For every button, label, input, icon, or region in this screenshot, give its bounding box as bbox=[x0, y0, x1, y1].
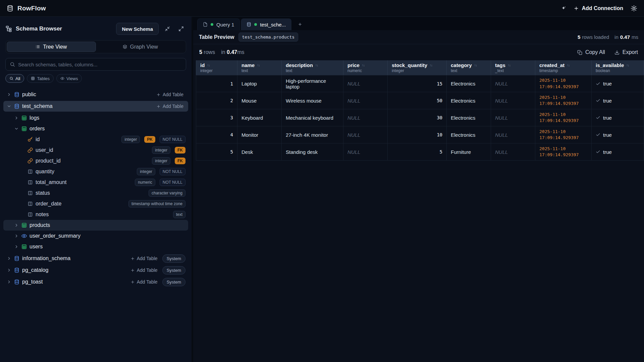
tree-item-pg_catalog[interactable]: pg_catalogAdd TableSystem bbox=[3, 265, 188, 276]
cell-price[interactable]: NULL bbox=[343, 126, 388, 143]
collapse-all-button[interactable] bbox=[162, 24, 172, 34]
cell-name[interactable]: Mouse bbox=[237, 92, 282, 109]
cell-is_available[interactable]: true bbox=[592, 92, 644, 109]
cell-tags[interactable]: NULL bbox=[491, 126, 535, 143]
cell-stock_quantity[interactable]: 50 bbox=[388, 92, 447, 109]
cell-category[interactable]: Furniture bbox=[447, 143, 491, 161]
cell-description[interactable]: Wireless mouse bbox=[282, 92, 343, 109]
chevron-down-icon bbox=[7, 104, 11, 109]
cell-id[interactable]: 2 bbox=[196, 92, 237, 109]
tree-item-order_date[interactable]: order_datetimestamp without time zone bbox=[3, 198, 188, 209]
new-schema-button[interactable]: New Schema bbox=[116, 23, 159, 35]
export-button[interactable]: Export bbox=[614, 49, 638, 55]
tree-item-label: quantity bbox=[36, 169, 54, 175]
cell-category[interactable]: Electronics bbox=[447, 109, 491, 126]
tree-item-status[interactable]: statuscharacter varying bbox=[3, 188, 188, 198]
cell-name[interactable]: Monitor bbox=[237, 126, 282, 143]
preview-header: Table Preview test_schema.products 5 row… bbox=[193, 30, 644, 44]
view-tab-tree-view[interactable]: Tree View bbox=[7, 42, 96, 52]
cell-name[interactable]: Keyboard bbox=[237, 109, 282, 126]
cell-id[interactable]: 4 bbox=[196, 126, 237, 143]
tree-item-user_id[interactable]: user_idintegerFK bbox=[3, 145, 188, 156]
cell-description[interactable]: Mechanical keyboard bbox=[282, 109, 343, 126]
tree-item-orders[interactable]: orders bbox=[3, 123, 188, 134]
cell-description[interactable]: High-performance laptop bbox=[282, 75, 343, 92]
cell-name[interactable]: Desk bbox=[237, 143, 282, 161]
add-table-button[interactable]: Add Table bbox=[130, 267, 160, 273]
tree-item-quantity[interactable]: quantityintegerNOT NULL bbox=[3, 166, 188, 177]
cell-category[interactable]: Electronics bbox=[447, 126, 491, 143]
column-header-type: integer bbox=[200, 68, 233, 73]
cell-is_available[interactable]: true bbox=[592, 143, 644, 161]
tree-item-users[interactable]: users bbox=[3, 241, 188, 252]
cell-is_available[interactable]: true bbox=[592, 126, 644, 143]
cell-price[interactable]: NULL bbox=[343, 109, 388, 126]
query-tab-query-1[interactable]: Query 1 bbox=[197, 18, 240, 30]
cell-id[interactable]: 1 bbox=[196, 75, 237, 92]
cell-created_at[interactable]: 2025-11-10 17:09:14.929397 bbox=[535, 109, 592, 126]
tree-item-total_amount[interactable]: total_amountnumericNOT NULL bbox=[3, 177, 188, 188]
column-header-created_at[interactable]: created_at↑↓timestamp bbox=[535, 60, 592, 75]
cell-id[interactable]: 3 bbox=[196, 109, 237, 126]
tree-item-test_schema[interactable]: test_schemaAdd Table bbox=[3, 101, 188, 112]
tree-item-product_id[interactable]: product_idintegerFK bbox=[3, 156, 188, 166]
cell-tags[interactable]: NULL bbox=[491, 92, 535, 109]
null-value: NULL bbox=[347, 115, 360, 121]
add-table-button[interactable]: Add Table bbox=[130, 279, 160, 285]
add-table-button[interactable]: Add Table bbox=[156, 92, 185, 97]
column-header-id[interactable]: id↑↓integer bbox=[196, 60, 237, 75]
cell-description[interactable]: 27-inch 4K monitor bbox=[282, 126, 343, 143]
column-header-price[interactable]: price↑↓numeric bbox=[343, 60, 388, 75]
cell-stock_quantity[interactable]: 5 bbox=[388, 143, 447, 161]
column-header-category[interactable]: category↑↓text bbox=[447, 60, 491, 75]
tree-item-information_schema[interactable]: information_schemaAdd TableSystem bbox=[3, 253, 188, 264]
cell-description[interactable]: Standing desk bbox=[282, 143, 343, 161]
filter-chip-all[interactable]: All bbox=[5, 74, 24, 83]
cell-created_at[interactable]: 2025-11-10 17:09:14.929397 bbox=[535, 143, 592, 161]
cell-created_at[interactable]: 2025-11-10 17:09:14.929397 bbox=[535, 126, 592, 143]
column-header-name[interactable]: name↑↓text bbox=[237, 60, 282, 75]
search-input[interactable] bbox=[18, 62, 182, 67]
tree-item-public[interactable]: publicAdd Table bbox=[3, 89, 188, 100]
cell-price[interactable]: NULL bbox=[343, 75, 388, 92]
column-header-is_available[interactable]: is_available↑↓boolean bbox=[592, 60, 644, 75]
cell-category[interactable]: Electronics bbox=[447, 75, 491, 92]
filter-chip-views[interactable]: Views bbox=[56, 74, 82, 83]
tree-item-id[interactable]: idintegerPKNOT NULL bbox=[3, 134, 188, 145]
cell-category[interactable]: Electronics bbox=[447, 92, 491, 109]
query-tab-test-sche-[interactable]: test_sche... bbox=[241, 18, 291, 30]
cell-price[interactable]: NULL bbox=[343, 143, 388, 161]
column-header-description[interactable]: description↑↓text bbox=[282, 60, 343, 75]
add-connection-button[interactable]: Add Connection bbox=[574, 5, 623, 11]
filter-chip-tables[interactable]: Tables bbox=[27, 74, 54, 83]
column-header-tags[interactable]: tags↑↓_text bbox=[491, 60, 535, 75]
settings-button[interactable] bbox=[631, 5, 637, 12]
tree-item-products[interactable]: products bbox=[3, 220, 188, 231]
cell-tags[interactable]: NULL bbox=[491, 109, 535, 126]
ai-assistant-button[interactable] bbox=[561, 6, 566, 11]
tree-item-logs[interactable]: logs bbox=[3, 113, 188, 123]
cell-stock_quantity[interactable]: 10 bbox=[388, 126, 447, 143]
view-tab-graph-view[interactable]: Graph View bbox=[96, 42, 185, 52]
add-table-button[interactable]: Add Table bbox=[156, 104, 185, 109]
cell-id[interactable]: 5 bbox=[196, 143, 237, 161]
new-tab-button[interactable] bbox=[295, 20, 305, 29]
tree-item-notes[interactable]: notestext bbox=[3, 209, 188, 220]
cell-created_at[interactable]: 2025-11-10 17:09:14.929397 bbox=[535, 75, 592, 92]
cell-stock_quantity[interactable]: 30 bbox=[388, 109, 447, 126]
cell-price[interactable]: NULL bbox=[343, 92, 388, 109]
expand-panel-button[interactable] bbox=[176, 24, 186, 34]
cell-is_available[interactable]: true bbox=[592, 75, 644, 92]
cell-name[interactable]: Laptop bbox=[237, 75, 282, 92]
column-header-stock_quantity[interactable]: stock_quantity↑↓integer bbox=[388, 60, 447, 75]
null-value: NULL bbox=[495, 115, 508, 121]
tree-item-pg_toast[interactable]: pg_toastAdd TableSystem bbox=[3, 277, 188, 287]
cell-is_available[interactable]: true bbox=[592, 109, 644, 126]
cell-stock_quantity[interactable]: 15 bbox=[388, 75, 447, 92]
cell-tags[interactable]: NULL bbox=[491, 143, 535, 161]
cell-tags[interactable]: NULL bbox=[491, 75, 535, 92]
cell-created_at[interactable]: 2025-11-10 17:09:14.929397 bbox=[535, 92, 592, 109]
tree-item-user_order_summary[interactable]: user_order_summary bbox=[3, 231, 188, 241]
add-table-button[interactable]: Add Table bbox=[130, 256, 160, 261]
copy-all-button[interactable]: Copy All bbox=[577, 49, 605, 55]
